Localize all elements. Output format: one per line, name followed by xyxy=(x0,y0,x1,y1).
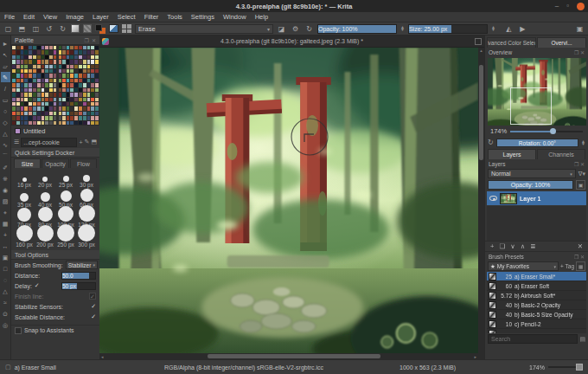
palette-swatch[interactable] xyxy=(49,46,53,49)
brush-preset-row[interactable]: 60a) Eraser Soft xyxy=(487,281,586,291)
horizontal-scrollbar[interactable]: ◂ ▸ xyxy=(99,353,478,359)
palette-swatch[interactable] xyxy=(42,106,45,110)
palette-swatch[interactable] xyxy=(16,60,20,63)
tag-filter-combo[interactable]: ★ My Favorites ▾ xyxy=(488,261,559,271)
palette-swatch[interactable] xyxy=(87,98,91,101)
palette-swatch[interactable] xyxy=(21,50,24,54)
palette-swatch[interactable] xyxy=(67,74,70,77)
palette-swatch[interactable] xyxy=(83,55,86,59)
palette-swatch[interactable] xyxy=(24,121,28,125)
tool-reference-images[interactable]: ▣ xyxy=(1,252,10,262)
palette-swatch[interactable] xyxy=(37,102,41,106)
palette-swatch[interactable] xyxy=(67,46,70,49)
palette-swatch[interactable] xyxy=(49,102,53,106)
palette-swatch[interactable] xyxy=(91,65,94,68)
palette-swatch[interactable] xyxy=(24,55,28,59)
scroll-up-icon[interactable]: ▴ xyxy=(480,48,483,53)
palette-swatch[interactable] xyxy=(83,93,86,96)
palette-swatch[interactable] xyxy=(91,106,94,110)
palette-swatch[interactable] xyxy=(87,116,91,119)
palette-swatch[interactable] xyxy=(79,93,82,96)
palette-swatch[interactable] xyxy=(33,112,36,115)
palette-swatch[interactable] xyxy=(21,83,24,87)
blending-mode-combo[interactable]: Erase ▾ xyxy=(135,24,273,34)
palette-swatch[interactable] xyxy=(95,55,99,59)
palette-swatch[interactable] xyxy=(24,60,28,63)
palette-swatch[interactable] xyxy=(83,83,86,87)
palette-swatch[interactable] xyxy=(95,102,99,106)
palette-swatch[interactable] xyxy=(62,69,66,73)
palette-swatch[interactable] xyxy=(83,65,86,68)
layer-visibility-eye-icon[interactable] xyxy=(489,196,497,201)
tool-rect-select[interactable]: □ xyxy=(1,263,10,274)
menu-item-layer[interactable]: Layer xyxy=(93,13,109,21)
palette-swatch[interactable] xyxy=(49,106,53,110)
palette-swatch[interactable] xyxy=(12,55,16,59)
palette-swatch[interactable] xyxy=(49,83,53,87)
add-swatch-icon[interactable]: + xyxy=(79,139,82,145)
palette-swatch[interactable] xyxy=(70,46,74,49)
palette-swatch[interactable] xyxy=(91,55,94,59)
maximize-button[interactable]: ▫ xyxy=(566,3,569,10)
open-document-icon[interactable]: ⬒ xyxy=(17,25,27,33)
palette-swatch[interactable] xyxy=(83,116,86,119)
palette-swatch[interactable] xyxy=(21,74,24,77)
tab-overview[interactable]: Overvi... xyxy=(537,37,586,48)
palette-swatch[interactable] xyxy=(37,69,41,73)
palette-swatch[interactable] xyxy=(74,116,78,119)
palette-swatch[interactable] xyxy=(12,121,16,125)
palette-swatch[interactable] xyxy=(29,88,32,92)
tool-dynamic-brush[interactable]: ✐ xyxy=(1,162,10,172)
tool-move[interactable]: ↖ xyxy=(1,49,10,60)
palette-folder-icon[interactable]: ⬒ xyxy=(91,139,97,145)
palette-swatch[interactable] xyxy=(37,121,41,125)
palette-swatch[interactable] xyxy=(83,112,86,115)
palette-swatch[interactable] xyxy=(74,74,78,77)
palette-swatch[interactable] xyxy=(45,60,48,63)
palette-swatch[interactable] xyxy=(62,46,66,49)
palette-swatch[interactable] xyxy=(42,60,45,63)
palette-swatch[interactable] xyxy=(70,65,74,68)
palette-swatch[interactable] xyxy=(67,112,70,115)
palette-swatch[interactable] xyxy=(87,74,91,77)
palette-swatch[interactable] xyxy=(21,46,24,49)
palette-swatch[interactable] xyxy=(87,79,91,82)
palette-swatch[interactable] xyxy=(95,116,99,119)
overview-thumbnail[interactable] xyxy=(488,58,586,126)
palette-swatch[interactable] xyxy=(42,83,45,87)
palette-swatch[interactable] xyxy=(12,116,16,119)
edit-brush-settings-button[interactable] xyxy=(109,24,118,33)
palette-swatch[interactable] xyxy=(42,93,45,96)
palette-swatch[interactable] xyxy=(95,65,99,68)
palette-swatch[interactable] xyxy=(12,98,16,101)
brush-preset-row[interactable]: 5.72b) Airbrush Soft* xyxy=(487,291,586,300)
palette-swatch[interactable] xyxy=(91,112,94,115)
palette-swatch[interactable] xyxy=(24,79,28,82)
palette-swatch[interactable] xyxy=(95,93,99,96)
palette-swatch[interactable] xyxy=(42,88,45,92)
palette-swatch[interactable] xyxy=(24,74,28,77)
palette-swatch[interactable] xyxy=(24,102,28,106)
menu-item-settings[interactable]: Settings xyxy=(191,13,214,21)
palette-swatch[interactable] xyxy=(83,102,86,106)
palette-swatch[interactable] xyxy=(21,98,24,101)
palette-swatch[interactable] xyxy=(49,116,53,119)
redo-icon[interactable]: ↻ xyxy=(58,25,67,33)
palette-swatch[interactable] xyxy=(12,46,16,49)
palette-swatch[interactable] xyxy=(12,60,16,63)
menu-item-help[interactable]: Help xyxy=(255,13,268,21)
wrap-around-icon[interactable]: ▶ xyxy=(518,25,527,33)
palette-swatch[interactable] xyxy=(21,88,24,92)
palette-swatch[interactable] xyxy=(33,69,36,73)
palette-swatch[interactable] xyxy=(49,55,53,59)
palette-swatch[interactable] xyxy=(16,116,20,119)
palette-swatch[interactable] xyxy=(83,74,86,77)
palette-swatch[interactable] xyxy=(70,50,74,54)
delay-check-icon[interactable]: ✓ xyxy=(35,282,40,289)
palette-swatch[interactable] xyxy=(95,106,99,110)
palette-swatch[interactable] xyxy=(79,106,82,110)
canvas[interactable] xyxy=(99,48,478,353)
tool-transform[interactable]: ► xyxy=(1,38,10,48)
palette-swatch[interactable] xyxy=(37,106,41,110)
palette-swatch[interactable] xyxy=(29,112,32,115)
